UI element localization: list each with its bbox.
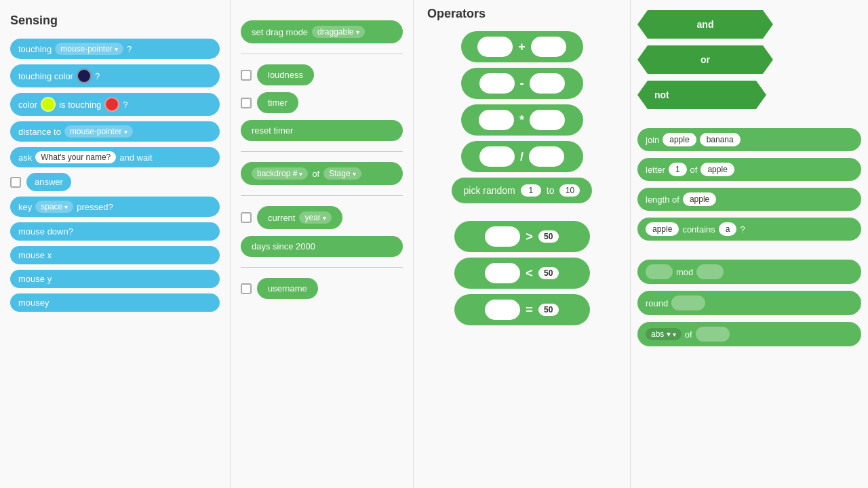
mouse-x-block[interactable]: mouse x [10, 246, 220, 264]
letter-val[interactable]: 1 [669, 163, 687, 176]
letter-block[interactable]: letter 1 of apple [637, 158, 861, 181]
mouse-pointer-dropdown[interactable]: mouse-pointer [55, 43, 123, 55]
distance-dropdown[interactable]: mouse-pointer [64, 125, 133, 138]
length-block[interactable]: length of apple [637, 188, 861, 211]
random-to[interactable]: 10 [559, 184, 580, 197]
equal-val[interactable]: 50 [538, 304, 559, 316]
distance-label: distance to [18, 127, 61, 137]
backdrop-dropdown[interactable]: backdrop # [252, 167, 308, 180]
mousey-block[interactable]: mousey [10, 293, 220, 312]
length-val[interactable]: apple [683, 192, 716, 206]
or-input-right[interactable] [722, 52, 753, 67]
and-input-left[interactable] [658, 17, 688, 32]
round-block[interactable]: round [637, 291, 861, 315]
days-since-block[interactable]: days since 2000 [241, 236, 403, 257]
ask-input[interactable]: What's your name? [35, 151, 116, 163]
or-block[interactable]: or [637, 45, 773, 74]
abs-input[interactable] [696, 327, 730, 342]
current-checkbox[interactable] [241, 212, 252, 223]
loudness-block[interactable]: loudness [257, 64, 314, 85]
join-val1[interactable]: apple [663, 133, 696, 146]
timer-block[interactable]: timer [257, 92, 298, 113]
distance-block[interactable]: distance to mouse-pointer [10, 121, 220, 142]
answer-block[interactable]: answer [26, 173, 71, 191]
greater-block[interactable]: > 50 [454, 221, 590, 252]
join-val2[interactable]: banana [700, 133, 741, 146]
multiply-input-left[interactable] [479, 110, 514, 130]
mouse-y-block[interactable]: mouse y [10, 270, 220, 288]
add-block[interactable]: + [461, 31, 583, 62]
contains-label: contains [682, 224, 715, 235]
random-from[interactable]: 1 [521, 184, 541, 197]
current-label: current [268, 213, 295, 223]
loudness-row: loudness [241, 64, 403, 85]
join-label: join [646, 135, 659, 145]
mod-input-left[interactable] [646, 264, 673, 279]
set-drag-block[interactable]: set drag mode draggable [241, 20, 403, 43]
add-input-left[interactable] [477, 37, 513, 57]
multiply-block[interactable]: * [461, 104, 583, 136]
ask-block[interactable]: ask What's your name? and wait [10, 147, 220, 167]
add-operator: + [518, 40, 526, 54]
letter-word[interactable]: apple [701, 163, 734, 176]
draggable-dropdown[interactable]: draggable [312, 26, 364, 38]
equal-input-left[interactable] [485, 300, 520, 320]
color-swatch-green[interactable] [41, 97, 56, 112]
and-input-right[interactable] [722, 17, 753, 32]
pick-random-block[interactable]: pick random 1 to 10 [452, 178, 593, 203]
set-drag-label: set drag mode [252, 27, 308, 37]
subtract-block[interactable]: - [461, 68, 583, 99]
color-swatch-red[interactable] [104, 97, 119, 112]
touching-color-block[interactable]: touching color ? [10, 64, 220, 87]
operators-title: Operators [414, 0, 630, 24]
add-input-right[interactable] [531, 37, 566, 57]
key-pressed-block[interactable]: key space pressed? [10, 197, 220, 217]
color-touching-block[interactable]: color is touching ? [10, 93, 220, 116]
less-input-left[interactable] [485, 263, 520, 283]
greater-input-left[interactable] [485, 226, 520, 247]
year-dropdown[interactable]: year [299, 211, 331, 224]
divider-4 [241, 267, 403, 268]
multiply-input-right[interactable] [530, 110, 565, 130]
contains-val[interactable]: a [719, 222, 737, 236]
subtract-input-right[interactable] [530, 73, 565, 94]
divider-3 [241, 195, 403, 196]
touching-block[interactable]: touching mouse-pointer ? [10, 39, 220, 59]
less-val[interactable]: 50 [538, 267, 559, 279]
answer-checkbox[interactable] [10, 177, 21, 188]
username-block[interactable]: username [257, 278, 318, 299]
and-block[interactable]: and [637, 10, 773, 39]
mousey-label: mousey [18, 298, 50, 308]
sensing-panel: Sensing touching mouse-pointer ? touchin… [0, 0, 231, 488]
backdrop-block[interactable]: backdrop # of Stage [241, 162, 403, 185]
round-input[interactable] [671, 296, 705, 310]
abs-dropdown[interactable]: abs ▾ [646, 328, 682, 340]
divide-input-left[interactable] [479, 146, 515, 167]
contains-block[interactable]: apple contains a ? [637, 218, 861, 241]
or-input-left[interactable] [658, 52, 688, 67]
equal-block[interactable]: = 50 [454, 294, 590, 325]
contains-subject[interactable]: apple [646, 222, 679, 236]
is-touching-label: is touching [59, 100, 101, 110]
mod-block[interactable]: mod [637, 260, 861, 284]
join-block[interactable]: join apple banana [637, 128, 861, 151]
space-dropdown[interactable]: space [35, 201, 73, 213]
less-block[interactable]: < 50 [454, 258, 590, 289]
subtract-input-left[interactable] [479, 73, 515, 94]
username-checkbox[interactable] [241, 283, 252, 294]
loudness-checkbox[interactable] [241, 70, 252, 81]
not-block[interactable]: not [637, 81, 766, 109]
mod-input-right[interactable] [696, 264, 724, 279]
greater-val[interactable]: 50 [538, 230, 559, 243]
current-block[interactable]: current year [257, 206, 342, 229]
not-input[interactable] [676, 87, 724, 102]
divide-block[interactable]: / [461, 141, 583, 172]
mouse-down-block[interactable]: mouse down? [10, 222, 220, 241]
stage-dropdown[interactable]: Stage [323, 167, 361, 180]
color-swatch-dark[interactable] [77, 68, 92, 83]
divide-input-right[interactable] [529, 146, 564, 167]
timer-checkbox[interactable] [241, 98, 252, 108]
abs-block[interactable]: abs ▾ of [637, 322, 861, 346]
reset-timer-block[interactable]: reset timer [241, 120, 403, 141]
less-operator: < [526, 266, 533, 281]
